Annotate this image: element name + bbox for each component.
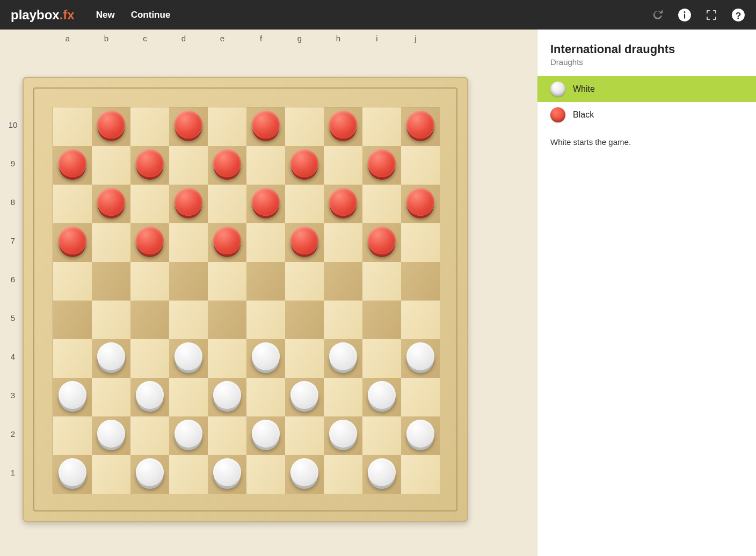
dark-square[interactable]	[246, 107, 285, 146]
red-piece[interactable]	[59, 149, 86, 177]
red-piece[interactable]	[97, 111, 125, 138]
dark-square[interactable]	[130, 301, 169, 339]
refresh-icon[interactable]	[651, 8, 665, 22]
dark-square[interactable]	[285, 223, 324, 262]
dark-square[interactable]	[246, 416, 285, 455]
dark-square[interactable]	[401, 262, 440, 301]
player-row-black[interactable]: Black	[537, 102, 756, 128]
white-piece[interactable]	[368, 458, 396, 486]
red-piece[interactable]	[329, 111, 357, 138]
help-icon[interactable]: ?	[731, 8, 745, 22]
red-piece[interactable]	[213, 226, 241, 254]
dark-square[interactable]	[208, 223, 246, 262]
red-piece[interactable]	[406, 188, 434, 216]
dark-square[interactable]	[285, 455, 324, 494]
white-piece[interactable]	[329, 420, 357, 448]
dark-square[interactable]	[53, 455, 92, 494]
dark-square[interactable]	[285, 301, 324, 339]
red-piece[interactable]	[406, 111, 434, 138]
dark-square[interactable]	[208, 146, 246, 185]
dark-square[interactable]	[130, 146, 169, 185]
player-row-white[interactable]: White	[537, 76, 756, 102]
dark-square[interactable]	[130, 378, 169, 416]
white-piece[interactable]	[329, 342, 357, 370]
info-icon[interactable]	[678, 8, 692, 22]
red-piece[interactable]	[136, 226, 164, 254]
red-piece[interactable]	[59, 226, 86, 254]
red-piece[interactable]	[290, 149, 318, 177]
dark-square[interactable]	[169, 339, 208, 378]
fullscreen-icon[interactable]	[704, 8, 718, 22]
dark-square[interactable]	[324, 107, 362, 146]
red-piece[interactable]	[252, 111, 280, 138]
red-piece[interactable]	[290, 226, 318, 254]
board-grid[interactable]	[53, 107, 439, 493]
dark-square[interactable]	[208, 378, 246, 416]
dark-square[interactable]	[92, 339, 130, 378]
white-piece[interactable]	[406, 342, 434, 370]
nav-new[interactable]: New	[96, 10, 115, 20]
dark-square[interactable]	[401, 107, 440, 146]
dark-square[interactable]	[401, 339, 440, 378]
white-piece[interactable]	[252, 420, 280, 448]
white-piece[interactable]	[213, 458, 241, 486]
white-piece[interactable]	[368, 381, 396, 409]
dark-square[interactable]	[401, 416, 440, 455]
dark-square[interactable]	[169, 416, 208, 455]
dark-square[interactable]	[92, 107, 130, 146]
white-piece[interactable]	[97, 342, 125, 370]
dark-square[interactable]	[130, 223, 169, 262]
dark-square[interactable]	[324, 185, 362, 223]
dark-square[interactable]	[285, 146, 324, 185]
red-piece[interactable]	[175, 111, 202, 138]
dark-square[interactable]	[53, 378, 92, 416]
dark-square[interactable]	[53, 146, 92, 185]
dark-square[interactable]	[169, 107, 208, 146]
dark-square[interactable]	[92, 416, 130, 455]
dark-square[interactable]	[208, 301, 246, 339]
dark-square[interactable]	[362, 223, 401, 262]
app-logo[interactable]: playbox.fx	[11, 8, 75, 23]
dark-square[interactable]	[53, 301, 92, 339]
red-piece[interactable]	[368, 226, 396, 254]
dark-square[interactable]	[324, 416, 362, 455]
white-piece[interactable]	[136, 458, 164, 486]
red-piece[interactable]	[368, 149, 396, 177]
white-piece[interactable]	[406, 420, 434, 448]
white-piece[interactable]	[290, 458, 318, 486]
dark-square[interactable]	[401, 185, 440, 223]
dark-square[interactable]	[362, 455, 401, 494]
red-piece[interactable]	[175, 188, 202, 216]
white-piece[interactable]	[175, 420, 202, 448]
white-piece[interactable]	[290, 381, 318, 409]
white-piece[interactable]	[252, 342, 280, 370]
dark-square[interactable]	[246, 339, 285, 378]
dark-square[interactable]	[208, 455, 246, 494]
white-piece[interactable]	[59, 458, 86, 486]
dark-square[interactable]	[92, 262, 130, 301]
white-piece[interactable]	[59, 381, 86, 409]
dark-square[interactable]	[169, 185, 208, 223]
dark-square[interactable]	[362, 378, 401, 416]
white-piece[interactable]	[213, 381, 241, 409]
dark-square[interactable]	[324, 262, 362, 301]
dark-square[interactable]	[92, 185, 130, 223]
dark-square[interactable]	[130, 455, 169, 494]
white-piece[interactable]	[136, 381, 164, 409]
dark-square[interactable]	[362, 146, 401, 185]
dark-square[interactable]	[246, 262, 285, 301]
white-piece[interactable]	[97, 420, 125, 448]
white-piece[interactable]	[175, 342, 202, 370]
dark-square[interactable]	[362, 301, 401, 339]
red-piece[interactable]	[252, 188, 280, 216]
dark-square[interactable]	[246, 185, 285, 223]
red-piece[interactable]	[136, 149, 164, 177]
dark-square[interactable]	[53, 223, 92, 262]
dark-square[interactable]	[169, 262, 208, 301]
dark-square[interactable]	[324, 339, 362, 378]
dark-square[interactable]	[285, 378, 324, 416]
nav-continue[interactable]: Continue	[131, 10, 171, 20]
red-piece[interactable]	[329, 188, 357, 216]
red-piece[interactable]	[213, 149, 241, 177]
red-piece[interactable]	[97, 188, 125, 216]
